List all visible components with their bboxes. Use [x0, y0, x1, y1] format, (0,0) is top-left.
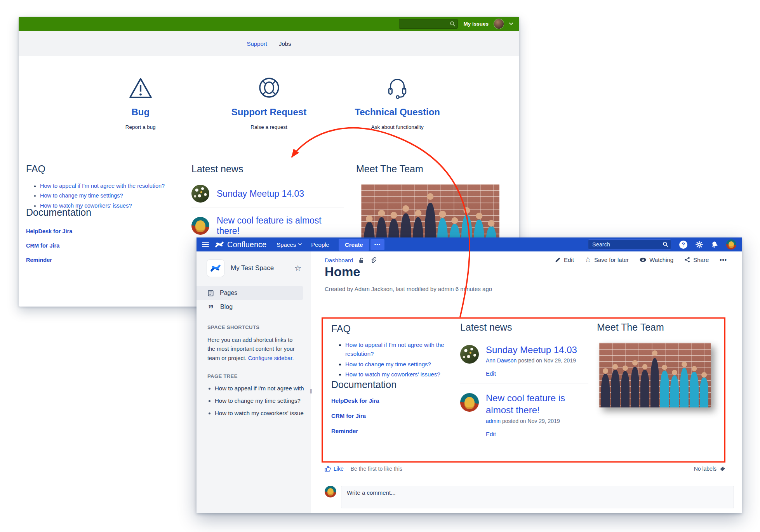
share-button[interactable]: Share [684, 256, 709, 263]
faq-link[interactable]: How to appeal if I'm not agree with the … [40, 183, 165, 189]
page-tree-title: PAGE TREE [207, 373, 311, 379]
news-item-meta: admin posted on Nov 29, 2019 [486, 418, 588, 424]
faq-title: FAQ [26, 163, 179, 175]
lifebuoy-icon [205, 73, 333, 101]
request-type-row: Bug Report a bug Support Request Raise a… [77, 73, 462, 130]
space-shortcuts-title: SPACE SHORTCUTS [207, 324, 311, 330]
page-tree-item[interactable]: How to appeal if I'm not agree with [215, 385, 311, 392]
news-item-meta: Ann Dawson posted on Nov 29, 2019 [486, 357, 588, 364]
doc-link[interactable]: CRM for Jira [26, 243, 174, 249]
nav-people[interactable]: People [311, 241, 329, 248]
news-item: New cool feature is almost there! [191, 215, 344, 236]
news-item-title[interactable]: Sunday Meetup 14.03 [217, 189, 304, 199]
doc-link[interactable]: HelpDesk for Jira [26, 228, 174, 234]
request-label: Support Request [205, 107, 333, 118]
confluence-logo[interactable]: Confluence [215, 240, 266, 249]
pencil-icon [555, 257, 561, 263]
sidebar-menu: Pages ” Blog [197, 286, 311, 314]
tab-support[interactable]: Support [247, 40, 267, 47]
news-avatar [191, 185, 209, 203]
confluence-search [588, 239, 671, 250]
faq-link[interactable]: How to appeal if I'm not agree with the … [345, 341, 444, 357]
labels-control[interactable]: No labels [694, 466, 725, 472]
list-item: How to appeal if I'm not agree with the … [345, 340, 454, 359]
space-logo[interactable] [207, 260, 224, 277]
header-more-button[interactable]: ••• [370, 239, 385, 250]
edit-button[interactable]: Edit [555, 256, 574, 263]
request-type-support-request[interactable]: Support Request Raise a request [205, 73, 333, 130]
doc-link[interactable]: CRM for Jira [331, 412, 397, 419]
header-right-cluster: ? [588, 239, 736, 250]
confluence-search-input[interactable] [588, 239, 671, 250]
team-photo [599, 343, 711, 407]
request-type-bug[interactable]: Bug Report a bug [77, 73, 205, 130]
sidebar-item-label: Blog [220, 303, 233, 310]
sidebar-resize-handle[interactable]: ‖ [310, 388, 312, 395]
header-avatar[interactable] [726, 239, 736, 250]
request-type-technical-question[interactable]: Technical Question Ask about functionali… [333, 73, 462, 130]
faq-link[interactable]: How to change my time settings? [345, 361, 431, 367]
like-button[interactable]: Like [325, 466, 344, 472]
watching-button[interactable]: Watching [640, 256, 673, 263]
my-issues-link[interactable]: My issues [463, 21, 489, 27]
page-more-button[interactable]: ••• [720, 256, 727, 263]
settings-gear-icon[interactable] [696, 241, 703, 248]
page-byline: Created by Adam Jackson, last modified b… [325, 286, 492, 292]
space-name: My Test Space [231, 264, 274, 272]
page-tree-item[interactable]: How to watch my coworkers' issue [215, 410, 311, 416]
request-description: Ask about functionality [333, 124, 462, 130]
unlock-icon[interactable] [358, 257, 365, 263]
news-item-title[interactable]: New cool feature is almost there! [486, 392, 588, 416]
no-labels-text: No labels [694, 466, 717, 472]
portal-faq-section: FAQ How to appeal if I'm not agree with … [26, 163, 179, 211]
faq-link[interactable]: How to watch my coworkers' issues? [345, 371, 440, 378]
annotation-red-box: FAQ How to appeal if I'm not agree with … [322, 317, 725, 463]
person-figure [660, 371, 669, 407]
notifications-bell-icon[interactable] [711, 241, 718, 248]
nav-spaces[interactable]: Spaces [277, 241, 302, 248]
user-avatar[interactable] [494, 19, 504, 29]
page-tree-item[interactable]: How to change my time settings? [215, 397, 311, 404]
sidebar-item-pages[interactable]: Pages [197, 286, 303, 300]
tab-jobs[interactable]: Jobs [279, 40, 291, 47]
news-title: Latest news [460, 322, 588, 333]
page-title: Home [325, 265, 360, 279]
paperclip-icon[interactable] [370, 257, 376, 263]
doc-link[interactable]: Reminder [331, 428, 397, 434]
confluence-header: Confluence Spaces People Create ••• [197, 237, 742, 251]
star-icon[interactable]: ☆ [294, 264, 301, 272]
news-item-title[interactable]: New cool feature is almost there! [217, 215, 344, 236]
news-section: Latest news Sunday Meetup 14.03 Ann Daws… [460, 322, 588, 438]
faq-list: How to appeal if I'm not agree with the … [345, 340, 454, 379]
faq-link[interactable]: How to change my time settings? [40, 192, 123, 199]
team-title: Meet The Team [356, 163, 519, 175]
author-link[interactable]: admin [486, 418, 501, 424]
breadcrumb-dashboard[interactable]: Dashboard [325, 257, 353, 263]
list-item: How to watch my coworkers' issues? [345, 370, 454, 379]
edit-news-link[interactable]: Edit [486, 431, 496, 437]
person-figure [611, 370, 619, 407]
doc-link[interactable]: HelpDesk for Jira [331, 397, 397, 404]
sidebar-item-blog[interactable]: ” Blog [197, 300, 311, 314]
chevron-down-icon[interactable] [509, 23, 513, 25]
shortcuts-text: Here you can add shortcut links to the m… [207, 336, 301, 363]
like-row: Like Be the first to like this [325, 466, 402, 472]
news-item: Sunday Meetup 14.03 Ann Dawson posted on… [460, 344, 588, 377]
portal-search-input[interactable] [399, 19, 458, 29]
news-avatar [460, 345, 479, 364]
person-figure [700, 377, 708, 407]
edit-news-link[interactable]: Edit [486, 370, 496, 377]
author-link[interactable]: Ann Dawson [486, 357, 517, 364]
comment-avatar [325, 486, 336, 497]
create-button[interactable]: Create [339, 239, 369, 251]
help-icon[interactable]: ? [679, 241, 687, 249]
comment-input[interactable] [341, 486, 734, 508]
hamburger-icon[interactable] [202, 242, 209, 247]
news-item-title[interactable]: Sunday Meetup 14.03 [486, 344, 588, 356]
portal-tab-bar: Support Jobs [19, 31, 519, 56]
save-for-later-button[interactable]: ☆ Save for later [585, 256, 629, 263]
person-figure [690, 372, 698, 407]
doc-link[interactable]: Reminder [26, 257, 174, 263]
configure-sidebar-link[interactable]: Configure sidebar. [248, 355, 294, 361]
chevron-down-icon [298, 243, 302, 246]
